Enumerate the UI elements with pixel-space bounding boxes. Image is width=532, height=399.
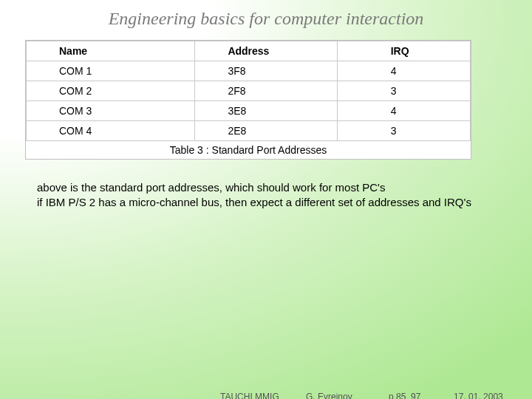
cell-irq: 4 bbox=[337, 61, 470, 81]
page-title: Engineering basics for computer interact… bbox=[0, 9, 532, 29]
footer-org: TAUCHI MMIG bbox=[220, 392, 279, 399]
table-row: COM 4 2E8 3 bbox=[27, 121, 471, 141]
col-header-name: Name bbox=[27, 41, 195, 61]
col-header-irq: IRQ bbox=[337, 41, 470, 61]
cell-irq: 3 bbox=[337, 121, 470, 141]
footer-page: p 85_97 bbox=[389, 392, 420, 399]
port-table: Name Address IRQ COM 1 3F8 4 COM 2 2F8 3… bbox=[26, 41, 471, 141]
cell-name: COM 1 bbox=[27, 61, 195, 81]
cell-address: 3E8 bbox=[195, 101, 337, 121]
body-text: above is the standard port addresses, wh… bbox=[37, 180, 511, 211]
cell-name: COM 2 bbox=[27, 81, 195, 101]
table-row: COM 2 2F8 3 bbox=[27, 81, 471, 101]
port-table-container: Name Address IRQ COM 1 3F8 4 COM 2 2F8 3… bbox=[25, 40, 471, 160]
footer-author: G. Evreinov bbox=[306, 392, 352, 399]
slide: Engineering basics for computer interact… bbox=[0, 0, 532, 399]
body-line-2: if IBM P/S 2 has a micro-channel bus, th… bbox=[37, 195, 511, 210]
table-row: COM 1 3F8 4 bbox=[27, 61, 471, 81]
cell-name: COM 4 bbox=[27, 121, 195, 141]
footer-date: 17. 01. 2003 bbox=[454, 392, 503, 399]
table-row: COM 3 3E8 4 bbox=[27, 101, 471, 121]
cell-name: COM 3 bbox=[27, 101, 195, 121]
cell-irq: 3 bbox=[337, 81, 470, 101]
table-header-row: Name Address IRQ bbox=[27, 41, 471, 61]
cell-address: 2F8 bbox=[195, 81, 337, 101]
cell-irq: 4 bbox=[337, 101, 470, 121]
table-caption: Table 3 : Standard Port Addresses bbox=[26, 141, 471, 159]
cell-address: 2E8 bbox=[195, 121, 337, 141]
body-line-1: above is the standard port addresses, wh… bbox=[37, 180, 511, 195]
cell-address: 3F8 bbox=[195, 61, 337, 81]
col-header-address: Address bbox=[195, 41, 337, 61]
